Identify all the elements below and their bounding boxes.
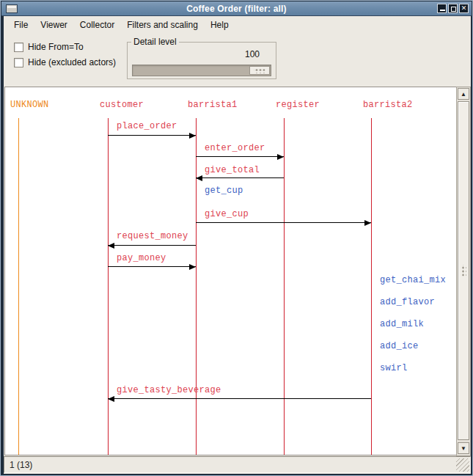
message-arrow-line	[196, 177, 284, 178]
message-arrow-line	[108, 398, 371, 399]
scrollbar-thumb[interactable]	[458, 101, 469, 440]
app-window: Coffee Order (filter: all) ✕ File Viewer…	[0, 0, 473, 476]
vertical-scrollbar[interactable]: ▲ ▼	[456, 87, 471, 456]
actor-label-register[interactable]: register	[276, 100, 320, 110]
message-label-give_total[interactable]: give_total	[205, 165, 260, 175]
message-label-pay_money[interactable]: pay_money	[117, 253, 166, 263]
actor-label-barrista2[interactable]: barrista2	[363, 100, 413, 110]
hide-excluded-checkbox[interactable]	[14, 58, 23, 67]
message-arrowhead-icon	[189, 133, 196, 139]
message-label-add_milk[interactable]: add_milk	[380, 319, 424, 329]
menu-viewer[interactable]: Viewer	[37, 18, 70, 32]
message-label-request_money[interactable]: request_money	[117, 231, 188, 241]
hide-excluded-label: Hide (excluded actors)	[28, 57, 116, 67]
message-arrowhead-icon	[189, 264, 196, 270]
detail-level-value: 100	[245, 49, 260, 59]
hide-from-to-checkbox[interactable]	[14, 43, 23, 52]
close-icon: ✕	[461, 4, 467, 12]
message-arrow-line	[108, 135, 196, 136]
message-label-add_ice[interactable]: add_ice	[380, 341, 419, 351]
message-label-enter_order[interactable]: enter_order	[205, 143, 265, 153]
maximize-icon	[451, 7, 456, 12]
menubar: File Viewer Collector Filters and scalin…	[4, 16, 471, 33]
scroll-down-button[interactable]: ▼	[458, 442, 469, 454]
message-arrow-line	[108, 266, 196, 267]
hide-from-to-label: Hide From=To	[28, 42, 84, 52]
detail-level-legend: Detail level	[131, 37, 179, 47]
message-label-give_cup[interactable]: give_cup	[205, 209, 249, 219]
message-arrow-line	[108, 245, 196, 246]
actor-label-UNKNOWN[interactable]: UNKNOWN	[10, 100, 49, 110]
message-label-give_tasty_beverage[interactable]: give_tasty_beverage	[117, 385, 221, 395]
minimize-button[interactable]	[437, 4, 447, 13]
message-arrowhead-icon	[196, 175, 202, 181]
menu-filters-and-scaling[interactable]: Filters and scaling	[123, 18, 202, 32]
menu-file[interactable]: File	[10, 18, 32, 32]
lifeline-register	[284, 118, 285, 455]
menu-collector[interactable]: Collector	[76, 18, 118, 32]
status-text: 1 (13)	[10, 460, 32, 470]
message-arrowhead-icon	[277, 154, 284, 160]
resize-grip-icon[interactable]	[456, 458, 469, 472]
minimize-icon	[440, 10, 445, 11]
message-label-swirl[interactable]: swirl	[380, 363, 408, 373]
menu-help[interactable]: Help	[207, 18, 232, 32]
lifeline-UNKNOWN	[18, 118, 19, 455]
message-arrowhead-icon	[108, 243, 114, 249]
detail-level-group: Detail level 100	[127, 42, 276, 79]
message-label-add_flavor[interactable]: add_flavor	[380, 297, 435, 307]
maximize-button[interactable]	[448, 4, 458, 13]
message-arrowhead-icon	[108, 396, 114, 402]
message-label-get_cup[interactable]: get_cup	[205, 186, 243, 196]
detail-level-slider-handle[interactable]	[249, 66, 270, 75]
hide-from-to-row[interactable]: Hide From=To	[14, 42, 84, 52]
actor-label-barrista1[interactable]: barrista1	[188, 100, 238, 110]
scrollbar-grip-icon	[461, 266, 466, 277]
actor-label-customer[interactable]: customer	[100, 100, 144, 110]
close-button[interactable]: ✕	[459, 4, 469, 13]
slider-grip-icon	[254, 67, 265, 73]
message-arrow-line	[196, 156, 284, 157]
message-arrow-line	[196, 222, 371, 223]
message-arrowhead-icon	[364, 220, 371, 226]
window-title: Coffee Order (filter: all)	[1, 4, 472, 14]
titlebar[interactable]: Coffee Order (filter: all) ✕	[1, 1, 472, 16]
detail-level-slider[interactable]	[132, 65, 271, 76]
hide-excluded-row[interactable]: Hide (excluded actors)	[14, 57, 116, 67]
lifeline-barrista1	[196, 118, 197, 455]
lifeline-customer	[108, 118, 109, 455]
statusbar: 1 (13)	[4, 456, 471, 473]
sequence-canvas[interactable]: UNKNOWNcustomerbarrista1registerbarrista…	[4, 87, 456, 455]
lifeline-barrista2	[371, 118, 372, 455]
scroll-up-button[interactable]: ▲	[458, 88, 469, 100]
message-label-place_order[interactable]: place_order	[117, 121, 177, 131]
message-label-get_chai_mix[interactable]: get_chai_mix	[380, 275, 446, 285]
